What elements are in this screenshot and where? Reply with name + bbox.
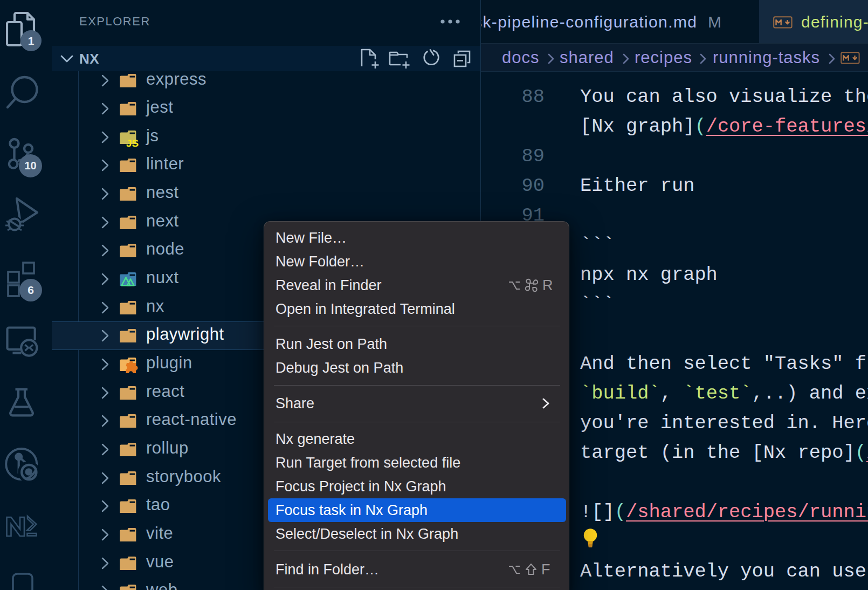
svg-text:JS: JS	[126, 138, 139, 148]
